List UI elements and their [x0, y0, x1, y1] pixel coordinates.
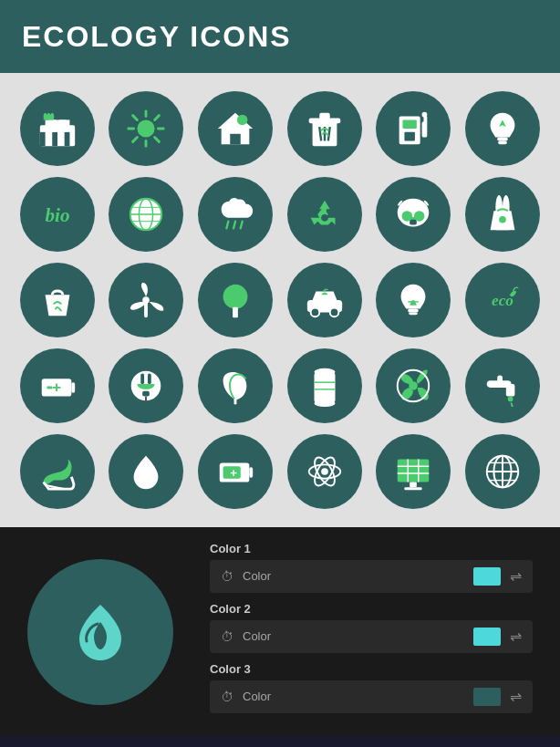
svg-rect-93 — [410, 482, 418, 488]
svg-rect-26 — [497, 138, 508, 141]
icon-battery[interactable]: + — [20, 348, 95, 423]
icon-radiation[interactable] — [376, 348, 451, 423]
svg-rect-56 — [410, 312, 419, 315]
svg-rect-25 — [405, 132, 416, 141]
svg-point-6 — [138, 119, 155, 137]
icon-water-tap[interactable] — [465, 348, 540, 423]
page-title: ECOLOGY ICONS — [22, 20, 292, 54]
color3-group: Color 3 ⏱ Color ⇌ — [210, 662, 533, 713]
color1-arrow-icon[interactable]: ⇌ — [510, 567, 522, 585]
icon-eco-home[interactable] — [198, 91, 273, 166]
svg-line-36 — [233, 222, 235, 229]
svg-point-71 — [314, 399, 335, 407]
color1-row[interactable]: ⏱ Color ⇌ — [210, 560, 533, 593]
svg-rect-64 — [141, 374, 145, 385]
header: ECOLOGY ICONS — [0, 0, 560, 73]
color3-text: Color — [243, 690, 464, 703]
color2-label: Color 2 — [210, 602, 533, 616]
icon-solar-panel[interactable] — [376, 434, 451, 509]
svg-rect-49 — [145, 302, 149, 317]
svg-rect-79 — [497, 376, 503, 383]
svg-line-35 — [227, 222, 229, 229]
icon-recycle-bin[interactable] — [287, 91, 362, 166]
svg-rect-19 — [319, 113, 330, 120]
svg-rect-1 — [40, 132, 46, 146]
color1-swatch[interactable] — [473, 567, 501, 586]
svg-line-14 — [133, 138, 138, 142]
icon-eco-bulb2[interactable] — [376, 263, 451, 337]
svg-rect-43 — [410, 220, 418, 225]
svg-rect-88 — [398, 460, 430, 482]
icon-eco-car[interactable] — [287, 263, 362, 337]
svg-rect-21 — [403, 119, 417, 129]
svg-line-11 — [133, 116, 138, 120]
color2-group: Color 2 ⏱ Color ⇌ — [210, 602, 533, 653]
svg-point-50 — [223, 285, 248, 309]
icon-eco-text[interactable]: eco — [465, 263, 540, 337]
icon-barrel[interactable] — [287, 348, 362, 423]
svg-point-45 — [495, 195, 503, 220]
svg-rect-2 — [52, 132, 57, 146]
icon-wind-turbine[interactable] — [109, 263, 183, 337]
svg-rect-22 — [422, 121, 428, 137]
icon-tree[interactable] — [198, 263, 273, 337]
color2-swatch[interactable] — [473, 628, 501, 646]
icon-globe[interactable] — [109, 177, 183, 252]
preview-icon-circle — [27, 559, 173, 705]
svg-rect-67 — [146, 397, 148, 402]
svg-point-46 — [503, 195, 510, 220]
color2-clock-icon: ⏱ — [221, 629, 233, 644]
icons-grid: bio eco + — [0, 73, 560, 527]
icon-atom[interactable] — [287, 434, 362, 509]
color2-text: Color — [243, 629, 464, 643]
svg-rect-27 — [498, 140, 507, 144]
icon-hand-leaf[interactable] — [20, 434, 95, 509]
color1-clock-icon: ⏱ — [221, 569, 233, 584]
svg-rect-65 — [148, 374, 151, 385]
svg-rect-81 — [249, 467, 253, 478]
icon-sun[interactable] — [109, 91, 183, 166]
svg-line-37 — [241, 222, 243, 229]
color3-swatch[interactable] — [473, 688, 501, 706]
icon-leaf[interactable] — [198, 348, 273, 423]
svg-rect-55 — [409, 309, 420, 313]
color1-group: Color 1 ⏱ Color ⇌ — [210, 542, 533, 593]
svg-point-84 — [321, 468, 328, 475]
icon-eco-bag[interactable] — [20, 263, 95, 337]
svg-text:+: + — [52, 378, 61, 396]
icon-rain-cloud[interactable] — [198, 177, 273, 252]
svg-rect-60 — [71, 382, 75, 393]
icon-plug[interactable] — [109, 348, 183, 423]
svg-point-24 — [422, 112, 428, 118]
icon-fuel-station[interactable] — [376, 91, 451, 166]
color-controls: Color 1 ⏱ Color ⇌ Color 2 ⏱ Color ⇌ Colo… — [210, 542, 533, 722]
icon-bio[interactable]: bio — [20, 177, 95, 252]
svg-rect-94 — [405, 487, 422, 490]
svg-rect-66 — [143, 391, 150, 397]
color3-arrow-icon[interactable]: ⇌ — [510, 688, 522, 705]
svg-text:+: + — [230, 466, 237, 480]
icon-world-grid[interactable] — [465, 434, 540, 509]
svg-line-13 — [155, 116, 160, 120]
icon-factory[interactable] — [20, 91, 95, 166]
color3-label: Color 3 — [210, 662, 533, 676]
icon-eco-bulb[interactable] — [465, 91, 540, 166]
color1-label: Color 1 — [210, 542, 533, 555]
svg-rect-3 — [64, 132, 69, 146]
svg-point-70 — [314, 368, 335, 376]
svg-point-53 — [310, 308, 319, 317]
svg-rect-51 — [233, 307, 238, 318]
icon-nuclear-plant[interactable] — [465, 177, 540, 252]
icon-water-drop[interactable] — [109, 434, 183, 509]
color3-row[interactable]: ⏱ Color ⇌ — [210, 680, 533, 713]
svg-rect-77 — [506, 384, 515, 396]
bottom-section: Color 1 ⏱ Color ⇌ Color 2 ⏱ Color ⇌ Colo… — [0, 527, 560, 736]
icon-recycle[interactable] — [287, 177, 362, 252]
color3-clock-icon: ⏱ — [221, 690, 233, 704]
icon-gas-mask[interactable] — [376, 177, 451, 252]
color2-arrow-icon[interactable]: ⇌ — [510, 628, 522, 645]
svg-rect-23 — [424, 117, 428, 124]
svg-text:bio: bio — [45, 204, 69, 226]
icon-green-battery[interactable]: + — [198, 434, 273, 509]
color2-row[interactable]: ⏱ Color ⇌ — [210, 620, 533, 653]
